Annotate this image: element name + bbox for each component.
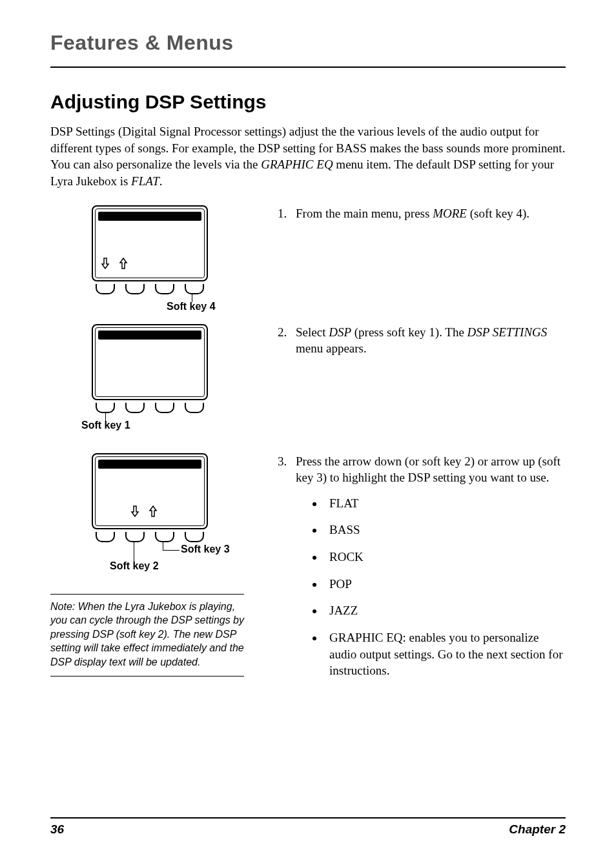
step-1-number: 1. (278, 205, 296, 222)
step-2-c: menu appears. (296, 341, 367, 355)
step-1-b: (soft key 4). (467, 207, 529, 220)
dsp-list: FLAT BASS ROCK POP JAZZ GRAPHIC EQ: enab… (296, 495, 566, 679)
arrow-down-icon (101, 257, 110, 270)
step-3-text: Press the arrow down (or soft key 2) or … (296, 454, 560, 485)
step-2-b: (press soft key 1). The (351, 325, 467, 339)
section-rule (50, 66, 566, 68)
section-heading: Features & Menus (50, 31, 566, 56)
softkey-3 (155, 284, 174, 294)
page-footer: 36 Chapter 2 (50, 817, 566, 837)
intro-text-3: . (159, 174, 163, 188)
list-item: GRAPHIC EQ: enables you to personalize a… (324, 629, 566, 679)
note-text: Note: When the Lyra Jukebox is playing, … (50, 600, 244, 669)
softkey-2 (125, 532, 145, 542)
step-1-em: MORE (433, 207, 467, 220)
step-2-em2: DSP SETTINGS (467, 325, 548, 339)
softkey-3 (155, 403, 174, 413)
softkey-4 (185, 403, 204, 413)
softkey-4 (185, 284, 204, 294)
note-rule-top (50, 594, 244, 595)
softkey-1-label: Soft key 1 (81, 420, 275, 431)
step-1-text: From the main menu, press MORE (soft key… (296, 205, 566, 222)
arrow-down-icon (130, 505, 139, 518)
step-2-em1: DSP (329, 325, 351, 339)
step-1-a: From the main menu, press (296, 207, 433, 220)
list-item: JAZZ (324, 602, 566, 619)
intro-em-2: FLAT (131, 174, 159, 188)
softkey-3-label: Soft key 3 (181, 544, 375, 555)
softkey-2 (125, 403, 145, 413)
softkey-2 (125, 284, 145, 294)
intro-paragraph: DSP Settings (Digital Signal Processor s… (50, 123, 566, 190)
arrow-up-icon (119, 257, 128, 270)
softkey-3 (155, 532, 174, 542)
intro-em-1: GRAPHIC EQ (261, 158, 333, 171)
page-number: 36 (50, 822, 64, 837)
softkey-4-label: Soft key 4 (167, 301, 283, 312)
step-2-number: 2. (278, 324, 296, 357)
page-title: Adjusting DSP Settings (50, 91, 566, 113)
list-item: BASS (324, 522, 566, 538)
softkey-2-label: Soft key 2 (110, 560, 303, 572)
note-rule-bottom (50, 676, 244, 677)
softkey-1 (96, 284, 115, 294)
softkey-1 (96, 532, 115, 542)
step-2-a: Select (296, 325, 329, 339)
device-figure-1: Soft key 4 (92, 205, 208, 306)
list-item: POP (324, 576, 566, 593)
step-2-text: Select DSP (press soft key 1). The DSP S… (296, 324, 566, 357)
chapter-label: Chapter 2 (509, 822, 566, 837)
device-figure-2 (92, 324, 208, 413)
softkey-4 (185, 532, 204, 542)
device-figure-3 (92, 453, 208, 542)
arrow-up-icon (149, 505, 158, 518)
list-item: FLAT (324, 495, 566, 512)
